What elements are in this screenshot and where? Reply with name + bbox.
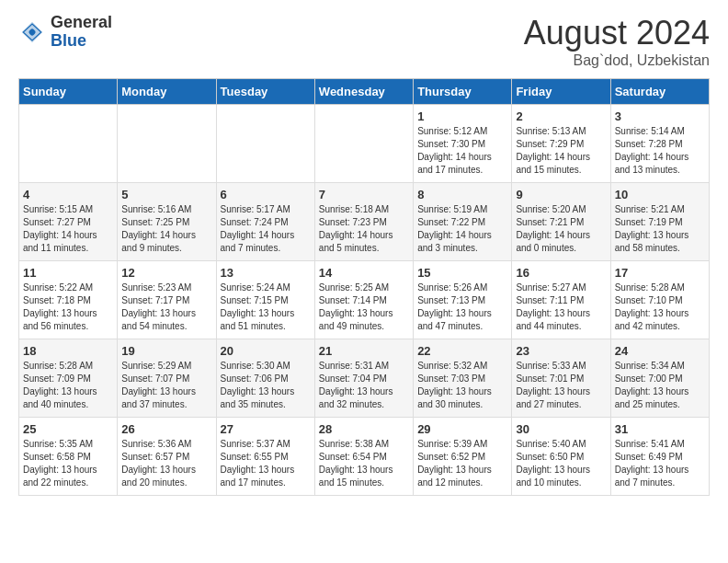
calendar-week-1: 4Sunrise: 5:15 AM Sunset: 7:27 PM Daylig…	[19, 183, 710, 261]
calendar-cell: 4Sunrise: 5:15 AM Sunset: 7:27 PM Daylig…	[19, 183, 118, 261]
header-sunday: Sunday	[19, 79, 118, 105]
day-number: 24	[615, 344, 705, 358]
day-number: 23	[516, 344, 606, 358]
calendar-cell	[216, 105, 314, 183]
day-number: 8	[417, 188, 507, 201]
calendar-table: SundayMondayTuesdayWednesdayThursdayFrid…	[18, 78, 710, 496]
calendar-cell: 31Sunrise: 5:41 AM Sunset: 6:49 PM Dayli…	[610, 418, 709, 496]
day-info: Sunrise: 5:15 AM Sunset: 7:27 PM Dayligh…	[23, 203, 113, 255]
day-number: 19	[121, 344, 211, 358]
day-info: Sunrise: 5:25 AM Sunset: 7:14 PM Dayligh…	[319, 282, 409, 333]
calendar-cell: 3Sunrise: 5:14 AM Sunset: 7:28 PM Daylig…	[610, 105, 709, 183]
day-number: 30	[516, 422, 606, 436]
page-title: August 2024	[524, 14, 710, 52]
logo-blue-text: Blue	[51, 32, 112, 51]
day-number: 25	[23, 422, 113, 436]
day-info: Sunrise: 5:29 AM Sunset: 7:07 PM Dayligh…	[121, 360, 211, 411]
header-monday: Monday	[118, 79, 216, 105]
calendar-cell: 13Sunrise: 5:24 AM Sunset: 7:15 PM Dayli…	[216, 261, 314, 339]
day-info: Sunrise: 5:40 AM Sunset: 6:50 PM Dayligh…	[516, 438, 606, 489]
calendar-cell: 30Sunrise: 5:40 AM Sunset: 6:50 PM Dayli…	[512, 418, 610, 496]
calendar-week-4: 25Sunrise: 5:35 AM Sunset: 6:58 PM Dayli…	[19, 418, 710, 496]
day-info: Sunrise: 5:41 AM Sunset: 6:49 PM Dayligh…	[615, 438, 705, 489]
calendar-cell: 23Sunrise: 5:33 AM Sunset: 7:01 PM Dayli…	[512, 339, 610, 418]
calendar-cell: 12Sunrise: 5:23 AM Sunset: 7:17 PM Dayli…	[118, 261, 216, 339]
day-number: 6	[221, 188, 311, 201]
day-info: Sunrise: 5:32 AM Sunset: 7:03 PM Dayligh…	[417, 360, 507, 411]
calendar-cell	[118, 105, 216, 183]
day-number: 9	[516, 188, 606, 201]
header-saturday: Saturday	[610, 79, 709, 105]
day-info: Sunrise: 5:14 AM Sunset: 7:28 PM Dayligh…	[615, 125, 705, 177]
calendar-cell: 1Sunrise: 5:12 AM Sunset: 7:30 PM Daylig…	[414, 105, 512, 183]
calendar-cell: 26Sunrise: 5:36 AM Sunset: 6:57 PM Dayli…	[118, 418, 216, 496]
calendar-cell: 27Sunrise: 5:37 AM Sunset: 6:55 PM Dayli…	[216, 418, 314, 496]
day-number: 10	[615, 188, 705, 201]
header-thursday: Thursday	[414, 79, 512, 105]
day-number: 31	[615, 422, 705, 436]
day-number: 1	[417, 109, 507, 123]
calendar-cell: 22Sunrise: 5:32 AM Sunset: 7:03 PM Dayli…	[414, 339, 512, 418]
day-number: 14	[319, 266, 409, 280]
day-number: 13	[221, 266, 311, 280]
calendar-week-3: 18Sunrise: 5:28 AM Sunset: 7:09 PM Dayli…	[19, 339, 710, 418]
calendar-cell: 7Sunrise: 5:18 AM Sunset: 7:23 PM Daylig…	[314, 183, 413, 261]
calendar-cell: 10Sunrise: 5:21 AM Sunset: 7:19 PM Dayli…	[610, 183, 709, 261]
day-number: 2	[516, 109, 606, 123]
calendar-cell: 28Sunrise: 5:38 AM Sunset: 6:54 PM Dayli…	[314, 418, 413, 496]
logo-text: General Blue	[51, 14, 112, 51]
logo-icon	[18, 18, 46, 46]
calendar-cell: 20Sunrise: 5:30 AM Sunset: 7:06 PM Dayli…	[216, 339, 314, 418]
title-block: August 2024 Bag`dod, Uzbekistan	[524, 14, 710, 69]
calendar-cell: 25Sunrise: 5:35 AM Sunset: 6:58 PM Dayli…	[19, 418, 118, 496]
header-wednesday: Wednesday	[314, 79, 413, 105]
day-info: Sunrise: 5:37 AM Sunset: 6:55 PM Dayligh…	[221, 438, 311, 489]
day-number: 4	[23, 188, 113, 201]
day-number: 28	[319, 422, 409, 436]
day-info: Sunrise: 5:16 AM Sunset: 7:25 PM Dayligh…	[121, 203, 211, 255]
day-number: 22	[417, 344, 507, 358]
logo: General Blue	[18, 14, 112, 51]
day-number: 11	[23, 266, 113, 280]
day-info: Sunrise: 5:28 AM Sunset: 7:10 PM Dayligh…	[615, 282, 705, 333]
day-number: 17	[615, 266, 705, 280]
day-info: Sunrise: 5:28 AM Sunset: 7:09 PM Dayligh…	[23, 360, 113, 411]
day-info: Sunrise: 5:21 AM Sunset: 7:19 PM Dayligh…	[615, 203, 705, 255]
day-number: 7	[319, 188, 409, 201]
day-info: Sunrise: 5:24 AM Sunset: 7:15 PM Dayligh…	[221, 282, 311, 333]
day-info: Sunrise: 5:30 AM Sunset: 7:06 PM Dayligh…	[221, 360, 311, 411]
calendar-cell: 5Sunrise: 5:16 AM Sunset: 7:25 PM Daylig…	[118, 183, 216, 261]
day-number: 29	[417, 422, 507, 436]
day-info: Sunrise: 5:27 AM Sunset: 7:11 PM Dayligh…	[516, 282, 606, 333]
calendar-cell: 11Sunrise: 5:22 AM Sunset: 7:18 PM Dayli…	[19, 261, 118, 339]
calendar-cell: 19Sunrise: 5:29 AM Sunset: 7:07 PM Dayli…	[118, 339, 216, 418]
calendar-cell: 8Sunrise: 5:19 AM Sunset: 7:22 PM Daylig…	[414, 183, 512, 261]
day-info: Sunrise: 5:20 AM Sunset: 7:21 PM Dayligh…	[516, 203, 606, 255]
day-number: 21	[319, 344, 409, 358]
logo-general-text: General	[51, 14, 112, 32]
calendar-cell: 9Sunrise: 5:20 AM Sunset: 7:21 PM Daylig…	[512, 183, 610, 261]
header-friday: Friday	[512, 79, 610, 105]
day-info: Sunrise: 5:13 AM Sunset: 7:29 PM Dayligh…	[516, 125, 606, 177]
page-header: General Blue August 2024 Bag`dod, Uzbeki…	[18, 14, 710, 69]
day-info: Sunrise: 5:19 AM Sunset: 7:22 PM Dayligh…	[417, 203, 507, 255]
calendar-cell: 18Sunrise: 5:28 AM Sunset: 7:09 PM Dayli…	[19, 339, 118, 418]
day-info: Sunrise: 5:31 AM Sunset: 7:04 PM Dayligh…	[319, 360, 409, 411]
day-info: Sunrise: 5:12 AM Sunset: 7:30 PM Dayligh…	[417, 125, 507, 177]
calendar-header: SundayMondayTuesdayWednesdayThursdayFrid…	[19, 79, 710, 105]
day-info: Sunrise: 5:38 AM Sunset: 6:54 PM Dayligh…	[319, 438, 409, 489]
day-number: 16	[516, 266, 606, 280]
day-info: Sunrise: 5:34 AM Sunset: 7:00 PM Dayligh…	[615, 360, 705, 411]
day-info: Sunrise: 5:35 AM Sunset: 6:58 PM Dayligh…	[23, 438, 113, 489]
day-info: Sunrise: 5:26 AM Sunset: 7:13 PM Dayligh…	[417, 282, 507, 333]
day-info: Sunrise: 5:39 AM Sunset: 6:52 PM Dayligh…	[417, 438, 507, 489]
day-number: 27	[221, 422, 311, 436]
page-subtitle: Bag`dod, Uzbekistan	[524, 52, 710, 69]
calendar-cell: 21Sunrise: 5:31 AM Sunset: 7:04 PM Dayli…	[314, 339, 413, 418]
day-number: 18	[23, 344, 113, 358]
day-number: 5	[121, 188, 211, 201]
day-info: Sunrise: 5:23 AM Sunset: 7:17 PM Dayligh…	[121, 282, 211, 333]
day-number: 15	[417, 266, 507, 280]
calendar-cell: 29Sunrise: 5:39 AM Sunset: 6:52 PM Dayli…	[414, 418, 512, 496]
calendar-cell: 2Sunrise: 5:13 AM Sunset: 7:29 PM Daylig…	[512, 105, 610, 183]
